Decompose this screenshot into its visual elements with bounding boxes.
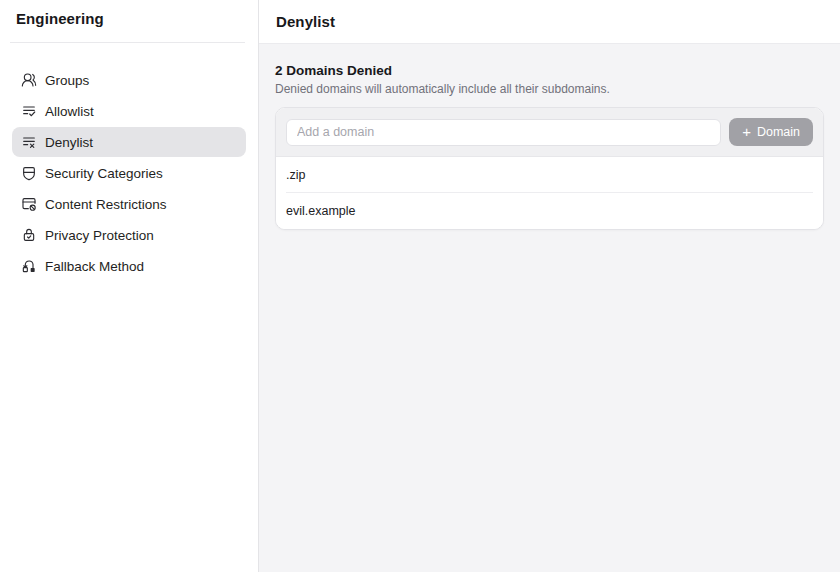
- list-x-icon: [20, 134, 37, 151]
- domain-row[interactable]: .zip: [286, 157, 813, 193]
- sidebar-item-label: Groups: [45, 73, 89, 88]
- shield-icon: [20, 165, 37, 182]
- sidebar-item-fallback-method[interactable]: Fallback Method: [12, 251, 246, 281]
- sidebar-divider: [10, 42, 245, 43]
- add-domain-bar: + Domain: [276, 108, 823, 157]
- main-content: 2 Domains Denied Denied domains will aut…: [259, 44, 840, 572]
- sidebar-item-label: Denylist: [45, 135, 93, 150]
- sidebar-nav: Groups Allowlist Denylist Security Categ…: [0, 65, 258, 281]
- main-panel: Denylist 2 Domains Denied Denied domains…: [259, 0, 840, 572]
- lock-fallback-icon: [20, 258, 37, 275]
- sidebar-item-privacy-protection[interactable]: Privacy Protection: [12, 220, 246, 250]
- domain-name: evil.example: [286, 204, 355, 218]
- plus-icon: +: [742, 124, 751, 139]
- sidebar-title: Engineering: [0, 10, 258, 27]
- denylist-card: + Domain .zip evil.example: [275, 107, 824, 230]
- section-title: 2 Domains Denied: [275, 63, 824, 78]
- page-title: Denylist: [276, 13, 335, 30]
- section-description: Denied domains will automatically includ…: [275, 82, 824, 96]
- add-domain-button[interactable]: + Domain: [729, 118, 813, 146]
- sidebar: Engineering Groups Allowlist Denylist S: [0, 0, 259, 572]
- sidebar-item-label: Privacy Protection: [45, 228, 154, 243]
- window-block-icon: [20, 196, 37, 213]
- sidebar-item-denylist[interactable]: Denylist: [12, 127, 246, 157]
- list-check-icon: [20, 103, 37, 120]
- sidebar-item-label: Content Restrictions: [45, 197, 167, 212]
- users-icon: [20, 72, 37, 89]
- sidebar-item-groups[interactable]: Groups: [12, 65, 246, 95]
- sidebar-item-label: Fallback Method: [45, 259, 144, 274]
- domain-row[interactable]: evil.example: [286, 193, 813, 229]
- main-header: Denylist: [259, 0, 840, 44]
- sidebar-item-label: Security Categories: [45, 166, 163, 181]
- lock-check-icon: [20, 227, 37, 244]
- sidebar-item-security-categories[interactable]: Security Categories: [12, 158, 246, 188]
- domain-name: .zip: [286, 168, 305, 182]
- denied-domain-list: .zip evil.example: [276, 157, 823, 229]
- add-domain-button-label: Domain: [757, 125, 800, 139]
- sidebar-item-label: Allowlist: [45, 104, 94, 119]
- sidebar-item-content-restrictions[interactable]: Content Restrictions: [12, 189, 246, 219]
- add-domain-input[interactable]: [286, 119, 721, 146]
- sidebar-item-allowlist[interactable]: Allowlist: [12, 96, 246, 126]
